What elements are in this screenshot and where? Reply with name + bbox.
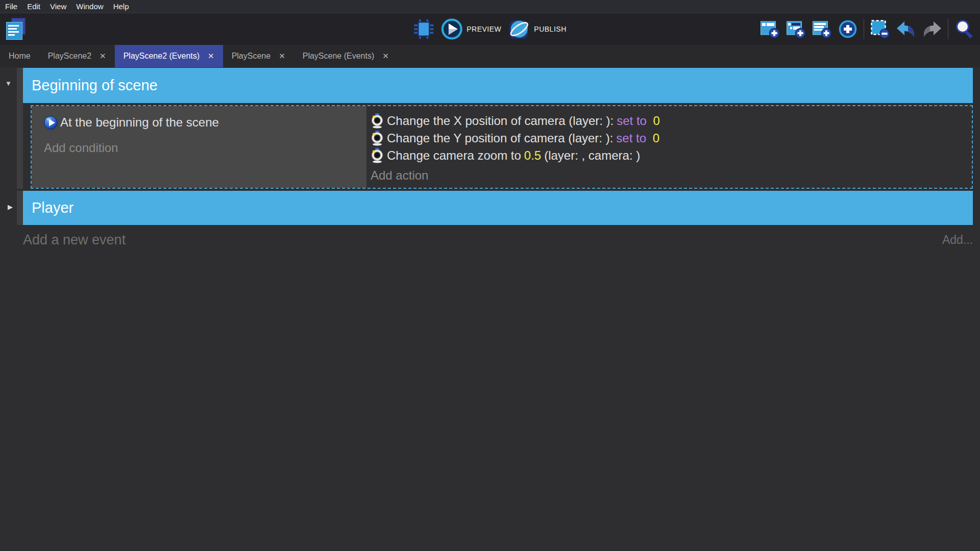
choose-add-button[interactable] — [838, 19, 858, 39]
add-action-button[interactable]: Add action — [371, 168, 972, 183]
menu-help[interactable]: Help — [113, 2, 129, 11]
publish-button[interactable]: PUBLISH — [508, 18, 566, 40]
preview-label: PREVIEW — [467, 25, 501, 33]
tab-label: PlayScene — [232, 52, 271, 61]
action-value: 0 — [650, 114, 660, 128]
close-tab-icon[interactable]: ✕ — [100, 52, 106, 61]
bug-icon — [413, 17, 434, 41]
event-drag-handle[interactable] — [17, 191, 23, 225]
redo-icon — [922, 20, 942, 38]
toolbar-separator — [864, 19, 864, 39]
add-condition-button[interactable]: Add condition — [44, 141, 366, 155]
tab-playscene2-events[interactable]: PlayScene2 (Events) ✕ — [115, 45, 223, 67]
delete-selection-button[interactable] — [870, 19, 890, 39]
tab-playscene-events[interactable]: PlayScene (Events) ✕ — [294, 45, 398, 67]
group-header-beginning-of-scene[interactable]: Beginning of scene — [23, 68, 973, 103]
add-new-event-button[interactable]: Add a new event — [23, 232, 126, 248]
tab-label: PlayScene (Events) — [303, 52, 375, 61]
group-title: Beginning of scene — [32, 77, 158, 94]
action-value: 0.5 — [524, 148, 541, 163]
search-icon — [954, 19, 974, 39]
remove-selection-icon — [870, 19, 890, 39]
action-row[interactable]: Change camera zoom to 0.5 (layer: , came… — [371, 147, 972, 164]
close-tab-icon[interactable]: ✕ — [208, 52, 214, 61]
menu-window[interactable]: Window — [76, 2, 103, 11]
tab-home[interactable]: Home — [0, 45, 39, 67]
add-event-row: Add a new event Add... — [23, 232, 973, 248]
add-comment-button[interactable] — [812, 19, 832, 39]
tab-label: Home — [9, 52, 31, 61]
selected-event[interactable]: At the beginning of the scene Add condit… — [31, 105, 973, 189]
events-sheet: ▼ ▶ Beginning of scene — [0, 67, 980, 551]
add-subevent-icon — [786, 19, 805, 39]
tab-bar: Home PlayScene2 ✕ PlayScene2 (Events) ✕ … — [0, 45, 980, 67]
event-drag-handle[interactable] — [17, 68, 23, 189]
webcam-icon — [371, 148, 384, 163]
redo-button[interactable] — [922, 19, 942, 39]
action-text: Change the Y position of camera (layer: … — [387, 131, 613, 145]
project-manager-button[interactable] — [4, 17, 29, 41]
action-value: 0 — [649, 131, 659, 145]
menu-edit[interactable]: Edit — [27, 2, 40, 11]
menu-view[interactable]: View — [50, 2, 66, 11]
play-preview-icon — [441, 18, 462, 40]
tab-playscene[interactable]: PlayScene ✕ — [223, 45, 294, 67]
add-circle-icon — [838, 19, 857, 39]
conditions-column: At the beginning of the scene Add condit… — [32, 106, 366, 188]
group-header-player[interactable]: Player — [23, 191, 973, 225]
add-event-button[interactable] — [760, 19, 780, 39]
menu-file[interactable]: File — [5, 2, 17, 11]
close-tab-icon[interactable]: ✕ — [382, 52, 389, 61]
action-suffix: (layer: , camera: ) — [544, 148, 640, 163]
toolbar-separator — [948, 19, 948, 39]
add-subevent-button[interactable] — [786, 19, 806, 39]
undo-icon — [896, 20, 916, 38]
expand-group-icon[interactable]: ▶ — [8, 203, 13, 211]
action-row[interactable]: Change the X position of camera (layer: … — [371, 112, 972, 130]
add-event-icon — [760, 19, 779, 39]
add-more-button[interactable]: Add... — [942, 233, 973, 247]
close-tab-icon[interactable]: ✕ — [279, 52, 285, 61]
debugger-button[interactable] — [413, 19, 434, 39]
gdevelop-window: File Edit View Window Help — [0, 0, 980, 551]
action-text: Change the X position of camera (layer: … — [387, 114, 614, 128]
publish-sphere-icon — [508, 18, 530, 40]
group-title: Player — [32, 199, 74, 216]
play-circle-icon — [44, 116, 58, 130]
tab-playscene2[interactable]: PlayScene2 ✕ — [39, 45, 115, 67]
condition-row[interactable]: At the beginning of the scene — [44, 111, 366, 134]
preview-button[interactable]: PREVIEW — [441, 18, 501, 40]
project-document-icon — [6, 22, 22, 40]
collapse-group-icon[interactable]: ▼ — [5, 80, 12, 87]
action-row[interactable]: Change the Y position of camera (layer: … — [371, 130, 972, 147]
main-toolbar: PREVIEW PUBLISH — [0, 13, 980, 45]
undo-button[interactable] — [896, 19, 916, 39]
search-events-button[interactable] — [954, 19, 974, 39]
menu-bar: File Edit View Window Help — [0, 0, 980, 13]
publish-label: PUBLISH — [534, 25, 566, 33]
condition-text: At the beginning of the scene — [60, 115, 219, 130]
actions-column: Change the X position of camera (layer: … — [366, 106, 972, 188]
webcam-icon — [371, 131, 384, 146]
action-text: Change camera zoom to — [387, 148, 521, 163]
webcam-icon — [371, 113, 384, 129]
tab-label: PlayScene2 — [48, 52, 91, 61]
action-operator: set to — [616, 131, 646, 145]
tab-label: PlayScene2 (Events) — [124, 52, 200, 61]
action-operator: set to — [617, 114, 647, 128]
add-comment-icon — [812, 19, 831, 39]
